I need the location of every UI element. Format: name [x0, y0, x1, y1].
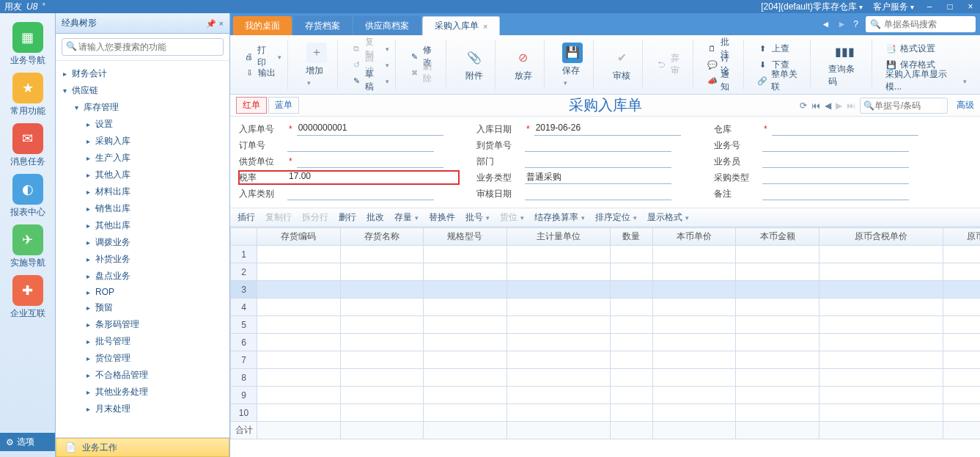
col-header[interactable]: 本币金额 [736, 228, 819, 246]
copy-row-button[interactable]: 复制行 [265, 211, 292, 224]
grid-cell[interactable] [424, 263, 507, 281]
discard-button[interactable]: ⊘放弃 [509, 46, 538, 84]
grid-cell[interactable] [257, 316, 341, 334]
grid-cell[interactable] [819, 246, 943, 263]
account-selector[interactable]: [204](default)零库存仓库 [761, 1, 863, 13]
chevron-icon[interactable]: ▸ [86, 188, 94, 196]
grid-cell[interactable] [424, 281, 507, 299]
grid-cell[interactable] [340, 246, 424, 263]
doc-barcode-input[interactable] [884, 19, 965, 29]
chevron-icon[interactable]: ▸ [86, 154, 94, 162]
grid-cell[interactable] [610, 263, 652, 281]
grid-cell[interactable] [506, 263, 610, 281]
grid-row[interactable]: 5 [231, 316, 981, 334]
prev-record-icon[interactable]: ◀ [825, 100, 831, 111]
tree-node[interactable]: ▸其他业务处理 [56, 384, 229, 401]
chevron-icon[interactable]: ▸ [86, 304, 94, 312]
col-header[interactable]: 存货名称 [340, 228, 424, 246]
grid-cell[interactable] [506, 316, 610, 334]
display-format-button[interactable]: 显示格式 [647, 211, 689, 224]
customer-service[interactable]: 客户服务 [873, 1, 914, 13]
row-number[interactable]: 9 [231, 387, 257, 404]
field-remark[interactable]: 备注 [714, 187, 934, 200]
doc-number-search[interactable]: 🔍 [860, 98, 948, 114]
grid-cell[interactable] [819, 369, 943, 387]
chevron-icon[interactable]: ▸ [86, 321, 94, 329]
field-purchase-type[interactable]: 采购类型 [714, 171, 934, 184]
delete-button[interactable]: ✖删除 [409, 65, 440, 80]
col-header[interactable]: 原币含税单价 [819, 228, 943, 246]
red-voucher-toggle[interactable]: 红单 [236, 97, 267, 114]
chevron-icon[interactable]: ▾ [63, 87, 70, 95]
grid-row[interactable]: 4 [231, 299, 981, 316]
tree-node[interactable]: ▸条形码管理 [56, 316, 229, 333]
grid-cell[interactable] [819, 387, 943, 404]
grid-cell[interactable] [424, 387, 507, 404]
field-department[interactable]: 部门 [476, 155, 696, 168]
grid-cell[interactable] [257, 299, 341, 316]
chevron-icon[interactable]: ▸ [86, 238, 94, 246]
grid-cell[interactable] [506, 351, 610, 369]
grid-cell[interactable] [943, 281, 980, 299]
close-panel-icon[interactable]: × [219, 19, 224, 28]
grid-cell[interactable] [943, 316, 980, 334]
grid-cell[interactable] [736, 387, 819, 404]
grid-cell[interactable] [610, 246, 652, 263]
tree-node[interactable]: ▸盘点业务 [56, 268, 229, 285]
grid-cell[interactable] [257, 387, 341, 404]
dock-item[interactable]: ★常用功能 [4, 70, 51, 120]
window-close[interactable]: × [965, 1, 976, 12]
output-button[interactable]: ⇩输出 [243, 65, 281, 80]
batch-edit-button[interactable]: 批改 [366, 211, 384, 224]
field-warehouse[interactable]: 仓库* [714, 123, 934, 136]
display-model-button[interactable]: 采购入库单显示模... [885, 73, 967, 88]
field-receipt-category[interactable]: 入库类别 [239, 187, 459, 200]
grid-cell[interactable] [610, 387, 652, 404]
grid-cell[interactable] [819, 263, 943, 281]
tabs-back-icon[interactable]: ◄ [822, 19, 830, 29]
grid-row[interactable]: 7 [231, 351, 981, 369]
dock-options[interactable]: ⚙ 选项 [0, 433, 55, 451]
tab[interactable]: 供应商档案 [353, 16, 421, 35]
grid-cell[interactable] [257, 246, 341, 263]
grid-cell[interactable] [652, 404, 736, 422]
split-row-button[interactable]: 拆分行 [302, 211, 328, 224]
grid-cell[interactable] [506, 369, 610, 387]
tree-node[interactable]: ▸销售出库 [56, 200, 229, 217]
col-header[interactable]: 主计量单位 [506, 228, 610, 246]
grid-cell[interactable] [652, 263, 736, 281]
field-supplier[interactable]: 供货单位* [239, 155, 459, 168]
draft-button[interactable]: ✎草稿 [351, 73, 389, 88]
tree-node[interactable]: ▸设置 [56, 116, 229, 133]
tree-node[interactable]: ▸月末处理 [56, 401, 229, 417]
tree-node[interactable]: ▸不合格品管理 [56, 367, 229, 384]
grid-cell[interactable] [652, 299, 736, 316]
audit-button[interactable]: ✔审核 [607, 46, 636, 84]
tree-node[interactable]: ▸预留 [56, 299, 229, 316]
grid-cell[interactable] [652, 281, 736, 299]
col-header[interactable]: 存货编码 [257, 228, 341, 246]
delete-row-button[interactable]: 删行 [339, 211, 356, 224]
sidebar-search-input[interactable] [62, 38, 224, 56]
refresh-icon[interactable]: ⟳ [800, 100, 807, 111]
help-icon[interactable]: ? [853, 19, 858, 29]
grid-cell[interactable] [340, 263, 424, 281]
tree-node[interactable]: ▸调拨业务 [56, 234, 229, 251]
chevron-icon[interactable]: ▸ [86, 354, 94, 362]
chevron-icon[interactable]: ▸ [86, 137, 94, 145]
tree-node[interactable]: ▸采购入库 [56, 133, 229, 150]
doc-number-input[interactable] [874, 100, 940, 111]
field-audit-date[interactable]: 审核日期 [476, 187, 696, 200]
grid-cell[interactable] [819, 281, 943, 299]
tree-node[interactable]: ▾供应链 [56, 82, 229, 99]
grid-cell[interactable] [736, 281, 819, 299]
grid-row[interactable]: 8 [231, 369, 981, 387]
format-settings-button[interactable]: 📑格式设置 [885, 41, 967, 56]
grid-cell[interactable] [943, 387, 980, 404]
chevron-icon[interactable]: ▸ [86, 222, 94, 230]
field-receipt-no[interactable]: 入库单号*0000000001 [239, 123, 459, 136]
grid-cell[interactable] [736, 246, 819, 263]
chevron-icon[interactable]: ▸ [86, 255, 94, 263]
doc-barcode-search[interactable]: 🔍 [866, 16, 976, 32]
grid-cell[interactable] [424, 404, 507, 422]
